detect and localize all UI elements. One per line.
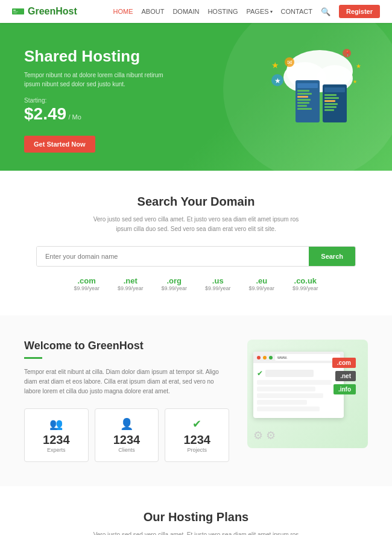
search-button[interactable]: 🔍 bbox=[321, 7, 330, 16]
svg-rect-21 bbox=[324, 103, 338, 105]
experts-icon: 👥 bbox=[34, 417, 78, 431]
experts-number: 1234 bbox=[34, 433, 78, 447]
svg-text:★: ★ bbox=[274, 77, 281, 85]
svg-rect-14 bbox=[297, 105, 307, 107]
svg-rect-9 bbox=[297, 90, 309, 92]
tld-eu[interactable]: .eu $9.99/year bbox=[249, 276, 275, 291]
navbar: GreenHost HOME ABOUT DOMAIN HOSTING PAGE… bbox=[0, 0, 392, 23]
tld-us[interactable]: .us $9.99/year bbox=[205, 276, 231, 291]
browser-url-bar: www. bbox=[275, 354, 340, 361]
domain-search-button[interactable]: Search bbox=[309, 247, 355, 266]
svg-rect-10 bbox=[297, 93, 312, 95]
svg-rect-18 bbox=[324, 94, 337, 96]
projects-icon: ✔ bbox=[175, 417, 219, 431]
tld-couk[interactable]: .co.uk $9.99/year bbox=[292, 276, 318, 291]
domain-section-title: Search Your Domain bbox=[36, 195, 356, 209]
svg-rect-19 bbox=[324, 97, 339, 99]
browser-dot-green bbox=[269, 356, 273, 359]
svg-rect-1 bbox=[13, 10, 16, 11]
welcome-left: Welcome to GreenHost Tempor erat elit ni… bbox=[24, 340, 229, 462]
svg-rect-12 bbox=[297, 99, 311, 101]
browser-body: ✔ bbox=[253, 363, 344, 417]
logo[interactable]: GreenHost bbox=[12, 6, 77, 17]
welcome-description: Tempor erat elit nibunt at cilla. Diam d… bbox=[24, 367, 229, 396]
welcome-section: Welcome to GreenHost Tempor erat elit ni… bbox=[0, 315, 392, 486]
chevron-down-icon: ▾ bbox=[270, 9, 273, 14]
svg-rect-3 bbox=[13, 13, 17, 13]
nav-hosting[interactable]: HOSTING bbox=[207, 8, 238, 15]
welcome-right: www. ✔ .com .net .info ⚙ ⚙ bbox=[247, 340, 368, 448]
svg-rect-13 bbox=[297, 102, 309, 104]
svg-rect-8 bbox=[297, 83, 318, 88]
browser-window: www. ✔ bbox=[253, 352, 344, 418]
clients-icon: 👤 bbox=[105, 417, 149, 431]
domain-search-input[interactable] bbox=[37, 247, 309, 266]
hero-section: Shared Hosting Tempor nibunt no at dolor… bbox=[0, 23, 392, 171]
browser-dot-yellow bbox=[263, 356, 267, 359]
tld-org[interactable]: .org $9.99/year bbox=[161, 276, 187, 291]
welcome-title: Welcome to GreenHost bbox=[24, 340, 229, 352]
browser-dot-red bbox=[257, 356, 261, 359]
register-button[interactable]: Register bbox=[339, 5, 380, 18]
stat-clients: 👤 1234 Clients bbox=[95, 408, 159, 462]
svg-text:★: ★ bbox=[353, 79, 357, 84]
plans-section: Our Hosting Plans Vero justo sed sed ver… bbox=[0, 486, 392, 535]
hero-price-amount: $2.49 bbox=[24, 104, 66, 123]
tag-com: .com bbox=[332, 358, 356, 368]
svg-rect-20 bbox=[324, 100, 335, 102]
browser-bar: www. bbox=[253, 352, 344, 363]
projects-number: 1234 bbox=[175, 433, 219, 447]
tld-net[interactable]: .net $9.99/year bbox=[118, 276, 144, 291]
svg-rect-17 bbox=[324, 87, 345, 92]
clients-number: 1234 bbox=[105, 433, 149, 447]
svg-text:✉: ✉ bbox=[287, 59, 292, 66]
svg-text:📍: 📍 bbox=[344, 50, 352, 57]
svg-text:★: ★ bbox=[356, 63, 361, 69]
hero-cta-button[interactable]: Get Started Now bbox=[24, 136, 95, 153]
plans-section-title: Our Hosting Plans bbox=[24, 510, 368, 524]
svg-rect-22 bbox=[324, 106, 337, 108]
nav-about[interactable]: ABOUT bbox=[141, 8, 164, 15]
domain-search-section: Search Your Domain Vero justo sed sed ve… bbox=[0, 171, 392, 315]
hero-description: Tempor nibunt no at dolore lorem cilla n… bbox=[24, 71, 169, 89]
nav-domain[interactable]: DOMAIN bbox=[172, 8, 199, 15]
nav-home[interactable]: HOME bbox=[113, 8, 133, 15]
nav-pages[interactable]: PAGES ▾ bbox=[247, 8, 273, 15]
nav-links: HOME ABOUT DOMAIN HOSTING PAGES ▾ CONTAC… bbox=[113, 5, 380, 18]
svg-rect-15 bbox=[297, 108, 312, 110]
experts-label: Experts bbox=[34, 447, 78, 453]
svg-rect-11 bbox=[297, 96, 308, 98]
domain-section-subtitle: Vero justo sed sed vero cilla amet. Et j… bbox=[87, 215, 305, 234]
welcome-underline bbox=[24, 357, 42, 359]
svg-text:★: ★ bbox=[271, 60, 279, 70]
browser-check-icon: ✔ bbox=[257, 369, 263, 378]
stat-projects: ✔ 1234 Projects bbox=[165, 408, 229, 462]
svg-rect-23 bbox=[324, 109, 334, 111]
svg-rect-2 bbox=[13, 11, 18, 12]
domain-search-bar: Search bbox=[36, 246, 356, 267]
stats-row: 👥 1234 Experts 👤 1234 Clients ✔ 1234 Pro… bbox=[24, 408, 229, 462]
hero-starting-label: Starting: bbox=[24, 97, 46, 104]
hero-illustration: ✉ 📍 ★ ★ ★ ★ bbox=[253, 35, 374, 144]
stat-experts: 👥 1234 Experts bbox=[24, 408, 89, 462]
hero-price-per: / Mo bbox=[68, 113, 81, 121]
tag-net: .net bbox=[335, 371, 356, 381]
gear-icon: ⚙ ⚙ bbox=[253, 429, 276, 442]
tld-list: .com $9.99/year .net $9.99/year .org $9.… bbox=[36, 276, 356, 291]
projects-label: Projects bbox=[175, 447, 219, 453]
tld-com[interactable]: .com $9.99/year bbox=[74, 276, 100, 291]
plans-section-subtitle: Vero justo sed sed vero cilla amet. Et j… bbox=[87, 530, 305, 535]
tag-info: .info bbox=[334, 384, 356, 394]
clients-label: Clients bbox=[105, 447, 149, 453]
browser-illustration: www. ✔ .com .net .info ⚙ ⚙ bbox=[247, 340, 368, 448]
nav-contact[interactable]: CONTACT bbox=[281, 8, 312, 15]
